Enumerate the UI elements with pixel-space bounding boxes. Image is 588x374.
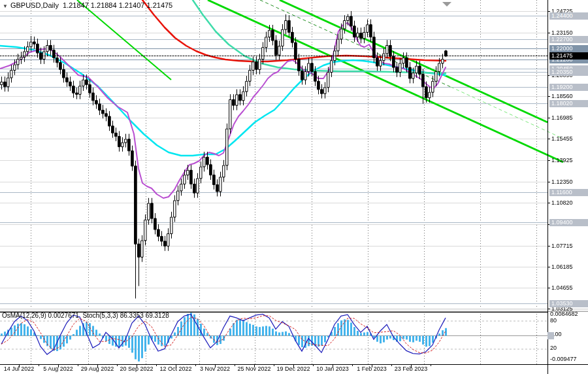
price-tick-label: 1.13925 xyxy=(551,157,573,164)
price-level-badge: 1.22000 xyxy=(549,45,588,52)
symbol-timeframe-label: GBPUSD,Daily xyxy=(10,1,59,9)
price-level-badge: 1.22700 xyxy=(549,36,588,43)
osma-value: 0.0027671 xyxy=(48,312,79,319)
price-tick-label: 1.07715 xyxy=(551,243,573,250)
stoch-label: Stoch(5,3,3) xyxy=(82,312,118,319)
indicator-axis-label-upper: 80 xyxy=(550,317,557,324)
date-tick-label: 1 Feb 2023 xyxy=(357,366,387,372)
price-level-badge: 1.20350 xyxy=(549,69,588,76)
date-tick-label: 3 Nov 2022 xyxy=(200,366,230,372)
date-tick-label: 20 Sep 2022 xyxy=(120,366,153,372)
indicator-axis-label-max: 0.0084682 xyxy=(550,311,578,317)
stoch-value-k: 86.3353 xyxy=(120,312,144,319)
indicator-axis-label-lower: 20 xyxy=(550,345,557,351)
stoch-value-d: 69.3128 xyxy=(146,312,169,319)
price-level-badge: 1.24400 xyxy=(549,12,588,20)
date-tick-label: 10 Jan 2023 xyxy=(316,366,349,372)
price-tick-label: 1.10820 xyxy=(551,199,573,207)
price-level-badge: 1.11600 xyxy=(549,189,588,196)
price-level-badge: 1.09400 xyxy=(549,219,588,226)
date-tick-label: 14 Jul 2022 xyxy=(4,366,35,372)
price-tick-label: 1.04655 xyxy=(551,284,573,292)
price-level-badge: 1.18020 xyxy=(549,100,588,107)
date-tick-label: 5 Aug 2022 xyxy=(43,366,73,372)
price-tick-label: 1.18560 xyxy=(551,93,573,100)
date-tick-label: 12 Oct 2022 xyxy=(159,366,191,372)
date-tick-label: 29 Aug 2022 xyxy=(81,366,114,372)
chart-title: ▼GBPUSD,Daily 1.21847 1.21884 1.21407 1.… xyxy=(3,1,172,9)
osma-label: OsMA(12,26,9) xyxy=(2,312,46,319)
price-tick-label: 1.06185 xyxy=(551,264,573,271)
price-level-badge: 1.03530 xyxy=(549,300,588,307)
indicator-label: OsMA(12,26,9) 0.0027671 Stoch(5,3,3) 86.… xyxy=(2,312,169,319)
indicator-zero-badge xyxy=(547,332,554,339)
price-tick-label: 1.12350 xyxy=(551,178,573,186)
ohlc-values: 1.21847 1.21884 1.21407 1.21475 xyxy=(63,1,172,9)
price-tick-label: 1.15455 xyxy=(551,135,573,143)
date-tick-label: 23 Feb 2023 xyxy=(395,366,428,372)
date-tick-label: 25 Nov 2022 xyxy=(237,366,270,372)
current-price-badge: 1.21475 xyxy=(549,52,588,60)
window-marker-icon: ▼ xyxy=(3,3,8,9)
indicator-axis-label-min: -0.009477 xyxy=(550,356,577,362)
price-level-badge: 1.19200 xyxy=(549,84,588,91)
chart-window: ▼GBPUSD,Daily 1.21847 1.21884 1.21407 1.… xyxy=(0,0,588,374)
date-tick-label: 19 Dec 2022 xyxy=(276,366,310,372)
price-tick-label: 1.16985 xyxy=(551,114,573,122)
